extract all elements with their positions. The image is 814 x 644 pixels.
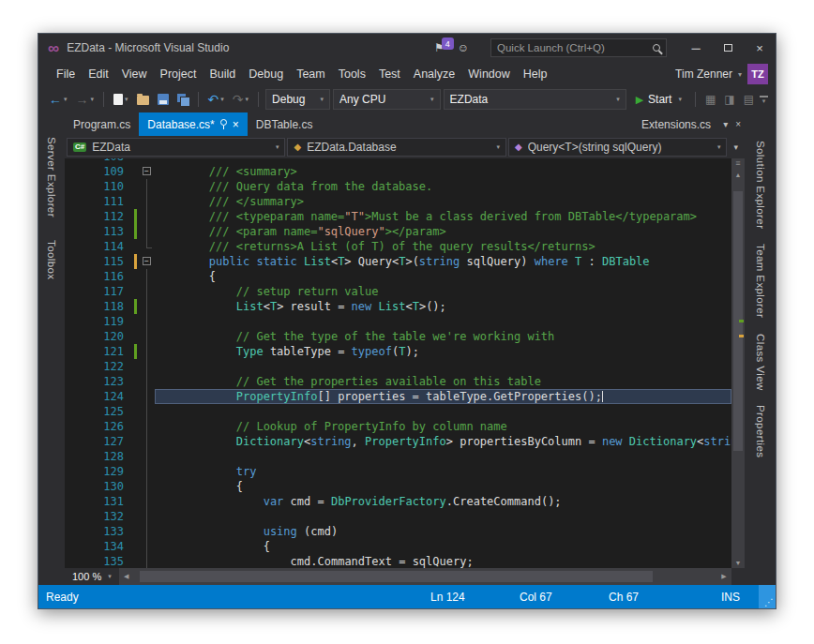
line-number[interactable]: 113 xyxy=(65,224,132,239)
tab-dbtable-cs[interactable]: DBTable.cs xyxy=(248,112,322,136)
line-number[interactable]: 110 xyxy=(65,179,132,194)
tool-tab-team-explorer[interactable]: Team Explorer xyxy=(755,244,766,318)
code-line-132[interactable]: 132 xyxy=(65,509,731,524)
code-text[interactable]: public static List<T> Query<T>(string sq… xyxy=(155,254,731,269)
scroll-left-icon[interactable]: ◀ xyxy=(119,568,134,585)
pin-tab-icon[interactable] xyxy=(220,119,227,126)
code-text[interactable]: using (cmd) xyxy=(155,524,731,539)
code-line-112[interactable]: 112/// <typeparam name="T">Must be a cla… xyxy=(65,209,731,224)
notifications-flag-icon[interactable]: ⚑ 4 xyxy=(434,41,445,54)
code-text[interactable]: // Get the properties available on this … xyxy=(155,374,731,389)
code-line-109[interactable]: 109−/// <summary> xyxy=(65,164,731,179)
menu-analyze[interactable]: Analyze xyxy=(407,65,461,83)
scroll-up-icon[interactable]: ▲ xyxy=(731,169,745,180)
zoom-dropdown[interactable]: 100 % ▾ xyxy=(65,568,119,585)
code-line-128[interactable]: 128 xyxy=(65,449,731,464)
code-text[interactable]: { xyxy=(155,269,731,284)
code-line-118[interactable]: 118List<T> result = new List<T>(); xyxy=(65,299,731,314)
save-button[interactable] xyxy=(155,92,172,107)
fold-collapse-icon[interactable]: − xyxy=(140,164,155,179)
line-number[interactable]: 120 xyxy=(65,329,132,344)
start-caret-icon[interactable]: ▾ xyxy=(678,96,682,103)
menu-tools[interactable]: Tools xyxy=(332,65,372,83)
menu-file[interactable]: File xyxy=(50,65,82,83)
line-number[interactable]: 126 xyxy=(65,419,132,434)
line-number[interactable]: 119 xyxy=(65,314,132,329)
code-line-124[interactable]: 124PropertyInfo[] properties = tableType… xyxy=(65,389,731,404)
code-area[interactable]: 108109−/// <summary>110/// Query data fr… xyxy=(65,158,731,568)
code-text[interactable] xyxy=(155,509,731,524)
toolbar-misc-button-3[interactable]: ▤ xyxy=(741,92,757,107)
code-text[interactable]: Type tableType = typeof(T); xyxy=(155,344,731,359)
vertical-scroll-track[interactable] xyxy=(731,180,745,557)
toolbar-misc-button-2[interactable]: ◨ xyxy=(721,92,737,107)
scroll-down-icon[interactable]: ▼ xyxy=(731,557,745,568)
code-line-126[interactable]: 126// Lookup of PropertyInfo by column n… xyxy=(65,419,731,434)
close-button[interactable]: × xyxy=(744,34,776,62)
code-text[interactable]: /// <param name="sqlQuery"></param> xyxy=(155,224,731,239)
line-number[interactable]: 133 xyxy=(65,524,132,539)
line-number[interactable]: 114 xyxy=(65,239,132,254)
navigate-forward-button[interactable]: →▾ xyxy=(73,91,98,108)
navigate-back-button[interactable]: ←▾ xyxy=(46,91,70,108)
tab-program-cs[interactable]: Program.cs xyxy=(65,112,139,136)
code-line-131[interactable]: 131var cmd = DbProviderFactory.CreateCom… xyxy=(65,494,731,509)
back-caret-icon[interactable]: ▾ xyxy=(64,96,68,103)
solution-configuration-dropdown[interactable]: Debug▾ xyxy=(265,89,330,110)
navbar-overflow-icon[interactable]: ▾ xyxy=(729,142,743,152)
save-all-button[interactable] xyxy=(174,92,191,107)
tab-extensions-cs[interactable]: Extensions.cs xyxy=(633,112,719,136)
line-number[interactable]: 134 xyxy=(65,539,132,554)
line-number[interactable]: 123 xyxy=(65,374,132,389)
line-number[interactable]: 132 xyxy=(65,509,132,524)
code-line-135[interactable]: 135cmd.CommandText = sqlQuery; xyxy=(65,554,731,568)
toolbar-overflow-button[interactable]: ▾ xyxy=(760,96,768,103)
close-tab-icon[interactable]: × xyxy=(233,119,239,130)
menu-debug[interactable]: Debug xyxy=(242,65,290,83)
account-name[interactable]: Tim Zenner xyxy=(675,67,732,81)
code-line-110[interactable]: 110/// Query data from the database. xyxy=(65,179,731,194)
horizontal-scroll-thumb[interactable] xyxy=(140,571,653,582)
line-number[interactable]: 131 xyxy=(65,494,132,509)
member-dropdown[interactable]: ◆ Query<T>(string sqlQuery) ▾ xyxy=(508,138,727,157)
tab-database-cs[interactable]: Database.cs* × xyxy=(139,112,247,136)
line-number[interactable]: 125 xyxy=(65,404,132,419)
code-text[interactable]: // Get the type of the table we're worki… xyxy=(155,329,731,344)
code-text[interactable]: /// <summary> xyxy=(155,164,731,179)
code-line-129[interactable]: 129try xyxy=(65,464,731,479)
menu-view[interactable]: View xyxy=(115,65,154,83)
code-line-122[interactable]: 122 xyxy=(65,359,731,374)
line-number[interactable]: 117 xyxy=(65,284,132,299)
code-line-114[interactable]: 114/// <returns>A List (of T) of the que… xyxy=(65,239,731,254)
code-text[interactable]: /// </summary> xyxy=(155,194,731,209)
line-number[interactable]: 135 xyxy=(65,554,132,568)
line-number[interactable]: 130 xyxy=(65,479,132,494)
code-text[interactable]: /// Query data from the database. xyxy=(155,179,731,194)
code-text[interactable] xyxy=(155,404,731,419)
scroll-right-icon[interactable]: ▶ xyxy=(716,568,731,585)
code-text[interactable]: { xyxy=(155,479,731,494)
line-number[interactable]: 118 xyxy=(65,299,132,314)
minimize-button[interactable]: ─ xyxy=(680,34,712,62)
start-debugging-button[interactable]: ▶Start▾ xyxy=(629,91,688,108)
tool-tab-solution-explorer[interactable]: Solution Explorer xyxy=(755,141,766,229)
type-dropdown[interactable]: ◆ EZData.Database ▾ xyxy=(287,138,505,157)
code-line-134[interactable]: 134{ xyxy=(65,539,731,554)
tool-tab-server-explorer[interactable]: Server Explorer xyxy=(46,137,57,217)
document-list-icon[interactable]: ▾ xyxy=(719,112,731,136)
tool-tab-class-view[interactable]: Class View xyxy=(755,334,766,391)
line-number[interactable]: 112 xyxy=(65,209,132,224)
line-number[interactable]: 121 xyxy=(65,344,132,359)
menu-edit[interactable]: Edit xyxy=(82,65,115,83)
code-line-120[interactable]: 120// Get the type of the table we're wo… xyxy=(65,329,731,344)
menu-help[interactable]: Help xyxy=(517,65,554,83)
titlebar[interactable]: ∞ EZData - Microsoft Visual Studio ⚑ 4 ☺… xyxy=(38,34,776,62)
line-number[interactable]: 111 xyxy=(65,194,132,209)
code-line-116[interactable]: 116{ xyxy=(65,269,731,284)
code-text[interactable]: /// <typeparam name="T">Must be a class … xyxy=(155,209,731,224)
code-line-115[interactable]: 115−public static List<T> Query<T>(strin… xyxy=(65,254,731,269)
line-number[interactable]: 109 xyxy=(65,164,132,179)
splitter-grip-icon[interactable]: ≡ xyxy=(731,158,745,169)
new-file-button[interactable]: ▾ xyxy=(111,92,131,107)
line-number[interactable]: 127 xyxy=(65,434,132,449)
